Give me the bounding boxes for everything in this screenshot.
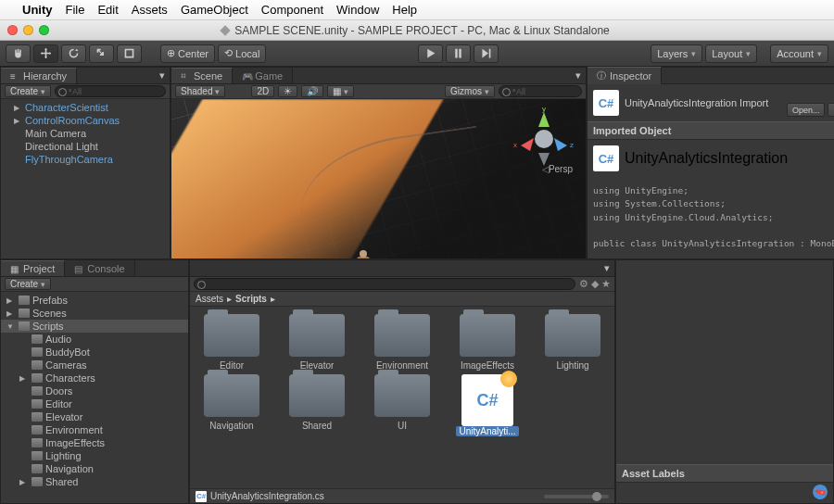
tree-item[interactable]: Lighting <box>1 449 188 462</box>
asset-labels-section[interactable]: Asset Labels <box>616 464 833 483</box>
app-name[interactable]: Unity <box>22 3 53 17</box>
account-dropdown[interactable]: Account <box>770 44 828 63</box>
menu-help[interactable]: Help <box>392 3 417 17</box>
play-button[interactable] <box>418 44 443 63</box>
menu-assets[interactable]: Assets <box>132 3 168 17</box>
expand-icon[interactable]: ▶ <box>14 117 23 125</box>
tab-console[interactable]: ▤Console <box>65 260 134 276</box>
search-label-icon[interactable]: ◆ <box>591 278 599 290</box>
open-button[interactable]: Open... <box>787 103 826 117</box>
menu-file[interactable]: File <box>66 3 85 17</box>
scale-tool-button[interactable] <box>89 44 114 63</box>
rotate-tool-button[interactable] <box>61 44 86 63</box>
tree-item[interactable]: ▼Scripts <box>1 320 188 333</box>
scene-search-input[interactable]: ᵒAll <box>499 85 582 97</box>
hierarchy-item[interactable]: FlyThroughCamera <box>1 153 170 166</box>
tree-item[interactable]: Navigation <box>1 462 188 475</box>
tree-item[interactable]: ImageEffects <box>1 436 188 449</box>
tree-item-label: Characters <box>45 372 95 384</box>
grid-item[interactable]: C#UnityAnalyti... <box>455 374 520 436</box>
minimize-window-button[interactable] <box>23 25 33 35</box>
hierarchy-item[interactable]: ▶CharacterScientist <box>1 101 170 114</box>
orientation-gizmo[interactable]: y z x <box>512 107 576 171</box>
close-window-button[interactable] <box>7 25 18 35</box>
2d-toggle[interactable]: 2D <box>251 85 274 97</box>
execution-order-button[interactable]: Execution Order... <box>828 103 834 117</box>
crumb[interactable]: Scripts <box>235 294 267 304</box>
rect-tool-button[interactable] <box>117 44 142 63</box>
menu-gameobject[interactable]: GameObject <box>181 3 248 17</box>
grid-item[interactable]: Environment <box>370 314 435 371</box>
expand-icon[interactable]: ▶ <box>19 374 29 383</box>
fx-dropdown[interactable]: ▦ <box>327 85 354 97</box>
pivot-center-button[interactable]: ⊕Center <box>160 44 215 63</box>
project-tree[interactable]: ▶Prefabs▶Scenes▼ScriptsAudioBuddyBotCame… <box>1 292 188 503</box>
tree-item[interactable]: ▶Shared <box>1 475 188 488</box>
grid-item[interactable]: Elevator <box>284 314 349 371</box>
expand-icon[interactable]: ▶ <box>6 309 16 318</box>
pivot-local-button[interactable]: ⟲Local <box>218 44 266 63</box>
pause-button[interactable] <box>446 44 471 63</box>
lighting-toggle[interactable]: ☀ <box>278 85 297 97</box>
tree-item[interactable]: Cameras <box>1 359 188 372</box>
audio-toggle[interactable]: 🔊 <box>301 85 323 97</box>
expand-icon[interactable]: ▶ <box>6 296 16 305</box>
tree-item[interactable]: Environment <box>1 423 188 436</box>
step-button[interactable] <box>474 44 499 63</box>
hierarchy-item[interactable]: ▶ControlRoomCanvas <box>1 114 170 127</box>
expand-icon[interactable]: ▼ <box>6 322 16 331</box>
tab-game[interactable]: 🎮Game <box>233 68 293 83</box>
hierarchy-search-input[interactable]: ᵒAll <box>55 85 166 97</box>
expand-icon[interactable]: ▶ <box>14 104 23 112</box>
move-tool-button[interactable] <box>33 44 58 63</box>
hierarchy-options-icon[interactable]: ▾ <box>159 69 170 82</box>
hierarchy-list[interactable]: ▶CharacterScientist ▶ControlRoomCanvas M… <box>1 99 170 258</box>
breadcrumb[interactable]: Assets ▸ Scripts ▸ <box>190 292 614 307</box>
layout-dropdown[interactable]: Layout <box>705 44 757 63</box>
project-options-icon[interactable]: ▾ <box>604 262 614 274</box>
grid-item[interactable]: ImageEffects <box>455 314 520 371</box>
menu-component[interactable]: Component <box>261 3 323 17</box>
search-filter-icon[interactable]: ⚙ <box>579 278 588 290</box>
tree-item-label: Scenes <box>32 308 67 319</box>
tag-icon[interactable]: 🔖 <box>810 482 830 502</box>
project-create-button[interactable]: Create <box>5 278 51 290</box>
tab-scene[interactable]: ⌗Scene <box>171 68 233 83</box>
zoom-window-button[interactable] <box>39 25 49 35</box>
tree-item[interactable]: Elevator <box>1 410 188 423</box>
tab-hierarchy[interactable]: ≡ Hierarchy <box>1 68 77 83</box>
thumbnail-size-slider[interactable] <box>544 495 609 498</box>
grid-item[interactable]: Navigation <box>199 374 264 436</box>
hand-tool-button[interactable] <box>6 44 31 63</box>
hierarchy-item[interactable]: Main Camera <box>1 127 170 140</box>
hierarchy-create-button[interactable]: Create <box>5 85 51 97</box>
layers-dropdown[interactable]: Layers <box>651 44 702 63</box>
tree-item[interactable]: BuddyBot <box>1 346 188 359</box>
shading-mode-dropdown[interactable]: Shaded <box>175 85 225 97</box>
grid-item[interactable]: Editor <box>199 314 264 371</box>
crumb[interactable]: Assets <box>196 294 223 304</box>
grid-item[interactable]: UI <box>370 374 435 436</box>
project-search-input[interactable] <box>194 278 575 290</box>
tree-item[interactable]: Editor <box>1 397 188 410</box>
expand-icon[interactable]: ▶ <box>19 478 29 486</box>
tree-item[interactable]: ▶Prefabs <box>1 294 188 307</box>
menu-edit[interactable]: Edit <box>97 3 118 17</box>
tree-item[interactable]: ▶Scenes <box>1 307 188 320</box>
tab-inspector[interactable]: ⓘInspector <box>588 67 662 84</box>
tree-item[interactable]: ▶Characters <box>1 372 188 384</box>
scene-tab-options-icon[interactable]: ▾ <box>575 69 586 82</box>
scene-viewport[interactable]: y z x Persp <box>171 99 586 258</box>
tree-item[interactable]: Audio <box>1 333 188 346</box>
tab-project[interactable]: ▦Project <box>1 260 65 276</box>
gizmos-dropdown[interactable]: Gizmos <box>445 85 495 97</box>
project-grid[interactable]: AudioBuddyBotCamerasCharactersDoors Edit… <box>190 307 614 488</box>
hierarchy-item[interactable]: Directional Light <box>1 140 170 153</box>
projection-label[interactable]: Persp <box>542 164 573 174</box>
favorite-icon[interactable]: ★ <box>601 278 611 290</box>
grid-item[interactable]: Shared <box>284 374 349 436</box>
tree-item[interactable]: Doors <box>1 384 188 397</box>
menu-window[interactable]: Window <box>336 3 379 17</box>
grid-item[interactable]: Lighting <box>540 314 605 371</box>
folder-icon <box>32 360 43 370</box>
